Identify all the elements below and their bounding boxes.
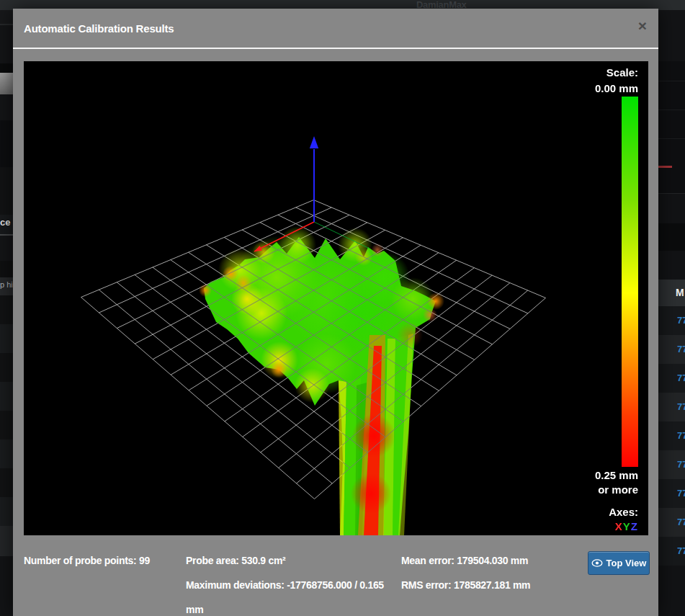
- stat-mean-error: Mean error: 179504.030 mm: [401, 548, 583, 573]
- top-view-button[interactable]: Top View: [588, 551, 650, 575]
- bg-table-row: 77: [658, 508, 685, 537]
- dialog-title: Automatic Calibration Results: [24, 9, 174, 49]
- bg-table-row: 77: [658, 479, 685, 508]
- bg-table-row: 77: [658, 335, 685, 364]
- stat-errors: Mean error: 179504.030 mm RMS error: 178…: [401, 548, 583, 597]
- bg-row-value: 77: [658, 508, 685, 537]
- bg-row-value: 77: [658, 421, 685, 450]
- close-icon[interactable]: ×: [638, 18, 647, 33]
- bg-table-row: 77: [658, 421, 685, 450]
- bg-table-row: 77: [658, 364, 685, 393]
- bg-row-value: 77: [658, 364, 685, 393]
- bg-table-row: 77: [658, 537, 685, 566]
- heightmap-3d-view[interactable]: Scale: 0.00 mm 0.25 mm or more Axes: XYZ: [24, 61, 648, 535]
- bg-row-value: 77: [658, 450, 685, 479]
- screen: DamianMax ce p hi: [0, 0, 685, 616]
- calibration-results-dialog: Automatic Calibration Results × Scale: 0…: [13, 9, 658, 616]
- bg-chart-panel-fragment: [658, 61, 685, 193]
- bg-row-value: 77: [658, 393, 685, 421]
- top-view-button-label: Top View: [606, 558, 647, 568]
- stat-probe-area: Probe area: 530.9 cm²: [186, 548, 399, 573]
- dialog-header: Automatic Calibration Results ×: [13, 9, 658, 49]
- stat-probe-points: Number of probe points: 99: [24, 548, 179, 573]
- stat-rms-error: RMS error: 1785827.181 mm: [401, 573, 583, 597]
- bg-row-value: 77: [658, 537, 685, 566]
- bg-row-value: 77: [658, 306, 685, 335]
- stat-probe-area-and-deviations: Probe area: 530.9 cm² Maximum deviations…: [186, 548, 399, 616]
- bg-table-row: 77: [658, 450, 685, 479]
- bg-row-value: 77: [658, 335, 685, 364]
- background-right-strip: M 77 77 77 77 77 77 77 77 77: [658, 0, 685, 616]
- bg-table-header-fragment: M: [658, 280, 685, 306]
- bg-table-row: 77: [658, 393, 685, 421]
- bg-text-fragment-p-hi: p hi: [0, 277, 13, 295]
- background-left-strip: ce p hi: [0, 0, 13, 616]
- bg-chart-red-line: [658, 166, 672, 168]
- bg-button-fragment: [0, 73, 13, 94]
- stat-max-deviations: Maximum deviations: -17768756.000 / 0.16…: [186, 573, 399, 616]
- bg-text-fragment-ce: ce: [0, 215, 13, 234]
- bg-row-value: 77: [658, 479, 685, 508]
- heightmap-canvas[interactable]: [24, 61, 648, 535]
- eye-icon: [591, 559, 603, 567]
- bg-table-row: 77: [658, 306, 685, 335]
